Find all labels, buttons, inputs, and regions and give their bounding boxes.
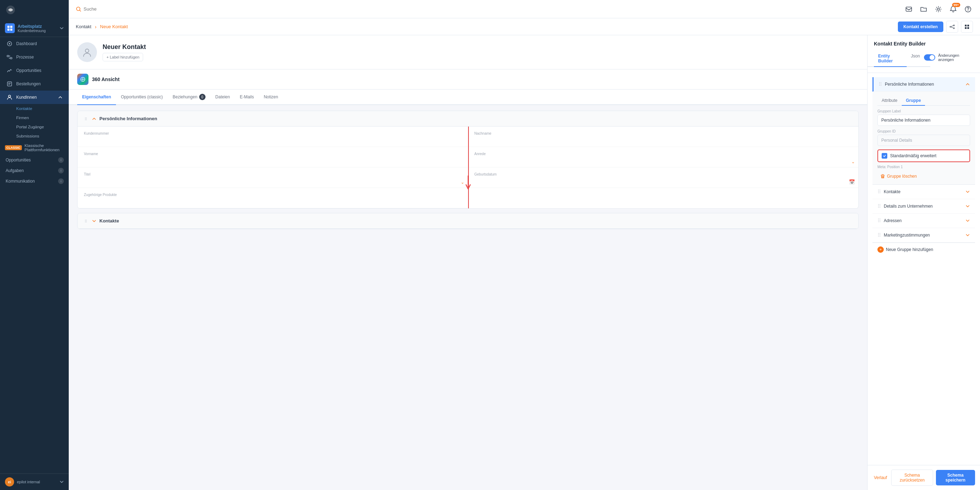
classic-section-label: Klassische Plattformfunktionen [25,143,64,152]
eb-section-kontakte[interactable]: ⠿ Kontakte [872,185,975,199]
eb-section-adressen[interactable]: ⠿ Adressen [872,214,975,228]
changes-toggle[interactable] [924,54,935,60]
ag-tab-gruppe[interactable]: Gruppe [902,96,925,106]
360-icon [77,74,89,85]
help-icon[interactable] [963,4,973,14]
eb-section-label: Persönliche Informationen [885,82,963,87]
workspace-selector[interactable]: Arbeitsplatz Kundenbetreuung [0,20,69,37]
add-label-button[interactable]: + Label hinzufügen [103,53,143,61]
drag-handle-icon [84,219,89,223]
sidebar-user[interactable]: ei epilot internal [0,473,69,490]
tab-notizen[interactable]: Notizen [259,89,283,105]
sidebar-item-dashboard[interactable]: Dashboard [0,37,69,51]
sidebar-item-label: KundInnen [16,95,37,100]
center-panel: Neuer Kontakt + Label hinzufügen 360 Ans… [69,35,867,490]
tab-label: Eigenschaften [82,94,111,99]
field-label: Titel [84,172,461,176]
reset-schema-button[interactable]: Schema zurücksetzen [891,469,933,486]
tab-json[interactable]: Json [907,51,924,67]
svg-point-22 [85,49,89,52]
add-group-button[interactable]: + Neue Gruppe hinzufügen [872,243,975,256]
save-schema-button[interactable]: Schema speichern [936,470,975,485]
field-kundennummer[interactable]: Kundennummer [78,127,468,147]
sidebar-item-opportunities[interactable]: Opportunities [0,64,69,77]
svg-point-6 [9,43,10,45]
svg-rect-20 [965,27,967,29]
section-header-persoenliche[interactable]: Persönliche Informationen [78,111,858,127]
sidebar-item-prozesse[interactable]: Prozesse [0,51,69,64]
eb-section-details-unternehmen[interactable]: ⠿ Details zum Unternehmen [872,199,975,214]
notifications-icon[interactable]: 99+ [948,4,958,14]
eb-section-label: Details zum Unternehmen [884,204,963,209]
drag-icon: ⠿ [877,189,881,194]
verlauf-button[interactable]: Verlauf [872,473,888,483]
svg-point-24 [85,118,86,119]
classic-plattform-section[interactable]: CLASSIC Klassische Plattformfunktionen [0,141,69,155]
sidebar-item-kundinnen[interactable]: KundInnen [0,91,69,104]
section-header-kontakte[interactable]: Kontakte [78,213,858,229]
info-badge-aufgaben: i [58,168,64,173]
prozesse-icon [6,54,13,60]
field-titel[interactable]: Titel ⌄ [78,167,468,188]
sidebar-bottom-opportunities[interactable]: Opportunities i [0,155,69,165]
checkbox-standardmaessig[interactable]: Standardmäßig erweitert [877,150,970,162]
more-options-button[interactable] [961,21,973,33]
classic-badge: CLASSIC [5,145,22,150]
field-nachname[interactable]: Nachname [468,127,859,147]
user-avatar: ei [5,477,14,487]
eb-section-label: Marketingzustimmungen [884,233,963,238]
tab-label: Opportunities (classic) [121,94,163,99]
group-editor: Attribute Gruppe Gruppen Label Gruppen I… [872,92,975,185]
sidebar-bottom-kommunikation[interactable]: Kommunikation i [0,176,69,186]
svg-point-13 [937,8,939,10]
drag-icon: ⠿ [877,218,881,223]
chevron-down-icon [92,219,97,223]
share-button[interactable] [946,21,958,33]
eb-section-marketingzustimmungen[interactable]: ⠿ Marketingzustimmungen [872,228,975,243]
delete-button-label: Gruppe löschen [887,174,917,179]
tab-emails[interactable]: E-Mails [235,89,259,105]
sidebar-item-label: Bestellungen [16,81,41,86]
workspace-icon [5,23,15,33]
grid-view-icon [964,24,969,29]
svg-point-33 [86,221,87,221]
field-zugehoerige-produkte[interactable]: Zugehörige Produkte [78,188,468,208]
tab-beziehungen[interactable]: Beziehungen 0 [168,89,210,105]
tab-entity-builder[interactable]: Entity Builder [874,51,907,67]
chevron-down-icon [60,480,64,484]
tab-eigenschaften[interactable]: Eigenschaften [77,89,116,105]
settings-icon[interactable] [934,4,943,14]
tab-dateien[interactable]: Dateien [210,89,235,105]
field-anrede[interactable]: Anrede ⌄ [468,147,859,167]
breadcrumb-parent[interactable]: Kontakt [76,24,91,29]
sidebar-sub-portal-zugange[interactable]: Portal Zugänge [0,123,69,132]
sidebar-sub-submissions[interactable]: Submissions [0,132,69,141]
create-contact-button[interactable]: Kontakt erstellen [898,22,943,32]
mail-icon[interactable] [904,4,914,14]
username: epilot internal [17,480,57,484]
folder-icon[interactable] [919,4,929,14]
svg-point-10 [8,95,11,97]
trash-icon [880,174,885,179]
bestellungen-icon [6,81,13,87]
topbar: 99+ [69,0,980,18]
search-input[interactable] [84,6,154,12]
delete-group-button[interactable]: Gruppe löschen [877,172,920,180]
info-badge-opportunities: i [58,157,64,163]
app-logo-icon [6,5,16,15]
ag-tab-attribute[interactable]: Attribute [877,96,902,106]
eb-section-persoenliche[interactable]: ⠿ Persönliche Informationen [872,77,975,92]
sidebar-bottom-aufgaben[interactable]: Aufgaben i [0,165,69,176]
contact-name: Neuer Kontakt [103,43,146,51]
gruppen-label-input[interactable] [877,115,970,126]
sidebar-sub-firmen[interactable]: Firmen [0,113,69,123]
sidebar-item-bestellungen[interactable]: Bestellungen [0,77,69,91]
chevron-down-icon [965,189,970,194]
tab-label: Dateien [215,94,230,99]
field-vorname[interactable]: Vorname [78,147,468,167]
tab-opportunities-classic[interactable]: Opportunities (classic) [116,89,168,105]
sidebar-sub-kontakte[interactable]: Kontakte [0,104,69,113]
grid-icon [7,25,13,31]
field-geburtsdatum[interactable]: Geburtsdatum 📅 [468,167,859,188]
section-title: Kontakte [99,218,119,223]
